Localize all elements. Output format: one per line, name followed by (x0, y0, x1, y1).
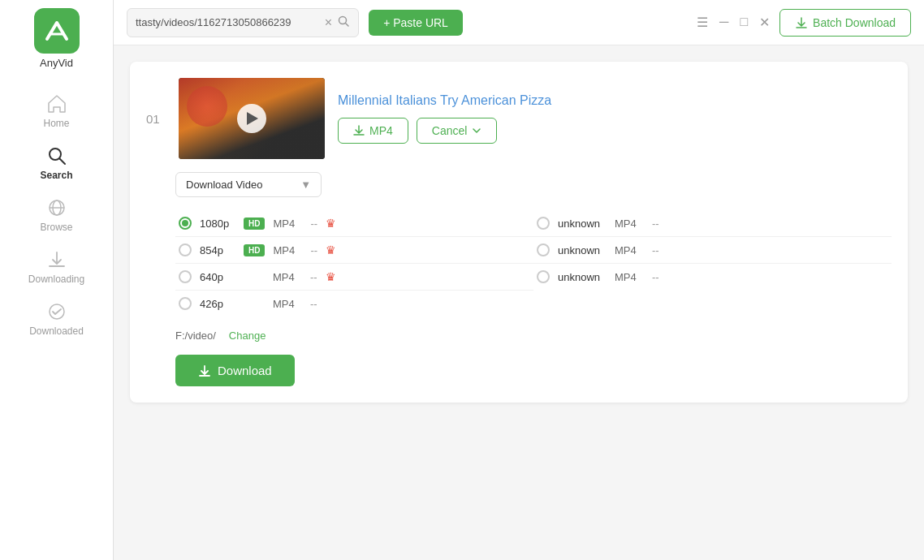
menu-button[interactable]: ☰ (697, 15, 708, 30)
quality-row-1080p[interactable]: 1080p HD MP4 -- ♛ (175, 210, 533, 237)
radio-640p[interactable] (179, 270, 192, 283)
res-640p: 640p (200, 271, 235, 283)
quality-section: Download Video ▼ 1080p HD MP4 -- ♛ (175, 172, 892, 386)
maximize-button[interactable]: □ (740, 15, 748, 30)
footer-row: F:/video/ Change (175, 330, 892, 342)
format-854p: MP4 (273, 244, 302, 256)
format-unknown2: MP4 (615, 244, 644, 256)
res-unknown3: unknown (558, 271, 607, 283)
url-clear-button[interactable]: × (325, 16, 332, 29)
batch-download-label: Batch Download (813, 16, 896, 29)
main-area: ttasty/videos/1162713050866239 × + Paste… (114, 0, 924, 560)
mp4-label: MP4 (369, 124, 393, 137)
video-header: 01 Millennial Italians Try American Pizz… (146, 78, 892, 159)
format-640p: MP4 (273, 271, 302, 283)
download-button[interactable]: Download (175, 355, 295, 386)
sidebar-item-search[interactable]: Search (0, 137, 113, 189)
quality-row-640p[interactable]: 640p MP4 -- ♛ (175, 264, 533, 291)
crown-icon-640p: ♛ (326, 270, 336, 283)
download-label: Download (218, 364, 272, 377)
download-type-select[interactable]: Download Video ▼ (175, 172, 322, 197)
action-buttons: MP4 Cancel (338, 118, 892, 144)
svg-line-1 (59, 159, 65, 165)
sidebar-item-downloaded-label: Downloaded (29, 325, 84, 337)
window-controls: ☰ ─ □ ✕ (697, 15, 770, 30)
sidebar-item-search-label: Search (40, 170, 72, 181)
cancel-button[interactable]: Cancel (417, 118, 498, 144)
hd-badge-854p: HD (244, 244, 265, 256)
format-unknown3: MP4 (615, 271, 644, 283)
titlebar: ttasty/videos/1162713050866239 × + Paste… (114, 0, 924, 45)
search-icon (337, 15, 350, 31)
crown-icon-854p: ♛ (326, 243, 336, 256)
sidebar-item-downloaded[interactable]: Downloaded (0, 293, 113, 345)
res-unknown1: unknown (558, 218, 607, 230)
url-bar: ttasty/videos/1162713050866239 × (127, 8, 359, 37)
dash-854p: -- (310, 244, 317, 256)
close-button[interactable]: ✕ (759, 15, 770, 30)
app-name: AnyVid (40, 57, 73, 69)
radio-unknown2[interactable] (537, 243, 550, 256)
sidebar-item-home-label: Home (43, 118, 69, 129)
hd-badge-1080p: HD (244, 218, 265, 230)
quality-row-unknown2[interactable]: unknown MP4 -- (533, 237, 892, 264)
radio-1080p[interactable] (179, 217, 192, 230)
play-button[interactable] (237, 104, 266, 133)
batch-download-button[interactable]: Batch Download (779, 9, 911, 37)
svg-line-7 (346, 23, 349, 26)
dash-1080p: -- (310, 218, 317, 230)
url-text: ttasty/videos/1162713050866239 (136, 16, 320, 28)
dash-unknown1: -- (652, 218, 659, 230)
quality-row-unknown3[interactable]: unknown MP4 -- (533, 264, 892, 290)
download-type-label: Download Video (186, 179, 262, 191)
res-426p: 426p (200, 298, 235, 310)
dash-unknown2: -- (652, 244, 659, 256)
video-title: Millennial Italians Try American Pizza (338, 93, 892, 108)
res-unknown2: unknown (558, 244, 607, 256)
save-path: F:/video/ (175, 330, 216, 342)
sidebar-item-browse-label: Browse (40, 222, 72, 233)
video-card: 01 Millennial Italians Try American Pizz… (130, 62, 908, 403)
select-arrow-icon: ▼ (300, 179, 311, 191)
radio-unknown3[interactable] (537, 270, 550, 283)
quality-row-854p[interactable]: 854p HD MP4 -- ♛ (175, 237, 533, 264)
svg-point-5 (50, 304, 64, 319)
quality-grid: 1080p HD MP4 -- ♛ 854p HD MP4 -- (175, 210, 892, 317)
sidebar: AnyVid Home Search Browse Downloading (0, 0, 114, 560)
minimize-button[interactable]: ─ (719, 15, 728, 30)
paste-url-button[interactable]: + Paste URL (369, 10, 463, 36)
video-info: Millennial Italians Try American Pizza M… (338, 93, 892, 144)
sidebar-item-downloading[interactable]: Downloading (0, 241, 113, 293)
quality-row-426p[interactable]: 426p MP4 -- (175, 291, 533, 317)
app-logo (34, 8, 80, 54)
sidebar-item-home[interactable]: Home (0, 85, 113, 137)
dash-unknown3: -- (652, 271, 659, 283)
change-button[interactable]: Change (229, 330, 266, 342)
sidebar-item-downloading-label: Downloading (28, 274, 84, 285)
radio-426p[interactable] (179, 297, 192, 310)
dash-426p: -- (310, 298, 317, 310)
content-area: 01 Millennial Italians Try American Pizz… (114, 45, 924, 560)
format-426p: MP4 (273, 298, 302, 310)
radio-854p[interactable] (179, 243, 192, 256)
mp4-button[interactable]: MP4 (338, 118, 408, 144)
crown-icon-1080p: ♛ (326, 217, 336, 230)
res-1080p: 1080p (200, 218, 235, 230)
cancel-label: Cancel (432, 124, 468, 137)
dash-640p: -- (310, 271, 317, 283)
format-unknown1: MP4 (615, 218, 644, 230)
video-thumbnail[interactable] (179, 78, 325, 159)
format-1080p: MP4 (273, 218, 302, 230)
video-index: 01 (146, 112, 166, 126)
radio-unknown1[interactable] (537, 217, 550, 230)
res-854p: 854p (200, 244, 235, 256)
sidebar-item-browse[interactable]: Browse (0, 189, 113, 241)
quality-row-unknown1[interactable]: unknown MP4 -- (533, 210, 892, 237)
